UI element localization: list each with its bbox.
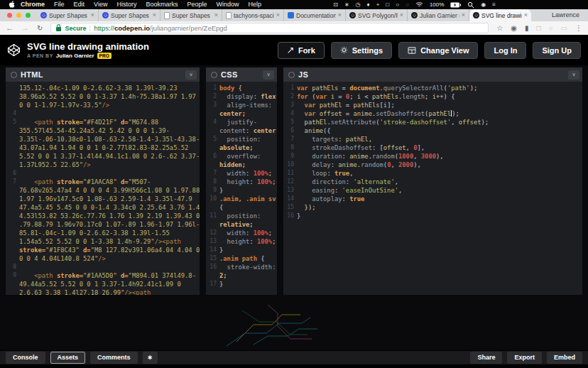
browser-tab[interactable]: ◇Super Shapes - S×	[37, 9, 99, 21]
back-icon[interactable]: ←	[6, 21, 13, 35]
tab-close-icon[interactable]: ×	[462, 9, 465, 21]
code-line[interactable]: 5 <path stroke="#F4D21F" d="M674.88	[6, 118, 200, 126]
code-line[interactable]: 2;	[206, 271, 277, 280]
tab-close-icon[interactable]: ×	[214, 9, 218, 21]
code-line[interactable]: 14}	[206, 246, 277, 254]
code-line[interactable]: 85.81-.04c-1.09 0-2.6.62-3.38 1.39l-1.55	[6, 229, 200, 237]
tab-close-icon[interactable]: ×	[91, 9, 94, 21]
code-line[interactable]: 10.anim, .anim sv	[206, 195, 277, 203]
display-icon[interactable]: ⊡	[333, 0, 338, 9]
apple-logo-icon[interactable]	[9, 1, 15, 9]
browser-tab[interactable]: ◇SVG Polygon/Pol×	[346, 9, 408, 21]
code-line[interactable]: hidden;	[206, 161, 277, 169]
code-line[interactable]: 6 anime({	[283, 126, 582, 135]
address-bar[interactable]: Secure https://codepen.io/juliangarnier/…	[50, 23, 489, 33]
log-in-button[interactable]: Log In	[484, 42, 526, 59]
code-line[interactable]: 8 strokeDashoffset: [offset, 0],	[283, 144, 582, 152]
code-line[interactable]: 4 var offset = anime.setDashoffset(pathE…	[283, 109, 582, 118]
comments-button[interactable]: Comments	[90, 352, 138, 364]
code-line[interactable]: 3 align-items:	[206, 101, 277, 109]
code-line[interactable]: 9 duration: anime.random(1000, 3000),	[283, 152, 582, 161]
plus-icon[interactable]: +	[376, 0, 380, 9]
menu-item-file[interactable]: File	[54, 0, 65, 9]
browser-tab[interactable]: Documentation | ×	[284, 9, 346, 21]
code-line[interactable]: absolute;	[206, 144, 277, 152]
code-line[interactable]: 43.07a1.94 1.94 0 0 1 0-2.77l82.83-82.25…	[6, 144, 200, 152]
code-line[interactable]: 4	[6, 109, 200, 118]
code-area[interactable]: 135.12-.04c-1.09 0-2.6.62-3.38 1.39l-39.…	[6, 82, 200, 295]
code-line[interactable]: 1.37L952.5 22.65"/>	[6, 161, 200, 169]
code-line[interactable]: 14 autoplay: true	[283, 195, 582, 203]
control-center-icon[interactable]: ◉	[481, 0, 486, 9]
pen-author[interactable]: Julian Garnier	[56, 53, 94, 59]
editor-gear-icon[interactable]	[211, 72, 217, 78]
embed-button[interactable]: Embed	[547, 352, 582, 364]
code-line[interactable]: 0 0 4 4.04L140.8 524"/>	[6, 254, 200, 263]
extension-icon-4[interactable]: ○	[549, 21, 553, 35]
code-line[interactable]: 7 <path stroke="#1AACA8" d="M507-	[6, 178, 200, 186]
assets-button[interactable]: Assets	[50, 352, 86, 364]
browser-tab-active[interactable]: ◇SVG line drawing×	[469, 9, 531, 21]
code-line[interactable]: 13 easing: 'easeInOutSine',	[283, 186, 582, 195]
code-line[interactable]: relative;	[206, 220, 277, 229]
code-line[interactable]: 7 width: 100%;	[206, 169, 277, 178]
extension-icon-2[interactable]: ▮	[525, 21, 529, 35]
export-button[interactable]: Export	[507, 352, 542, 364]
code-line[interactable]: 5 pathEl.setAttribute('stroke-dashoffset…	[283, 118, 582, 126]
code-line[interactable]: 2.6.63 3.38 1.4l27.18 26.99"/><path	[6, 288, 200, 295]
code-line[interactable]: center;	[206, 109, 277, 118]
code-line[interactable]: 15.anim path {	[206, 254, 277, 263]
code-area[interactable]: 1var pathEls = document.querySelectorAll…	[283, 82, 582, 295]
extension-icon-5[interactable]: ▭	[561, 21, 567, 35]
drop-icon[interactable]: ♦	[367, 0, 370, 9]
browser-tab[interactable]: Super Shapes×	[160, 9, 222, 21]
code-line[interactable]: 38.96a5.52 5.52 0 0 1-3.37 1.4h-75.38a1.…	[6, 92, 200, 101]
menu-item-chrome[interactable]: Chrome	[21, 0, 45, 9]
code-line[interactable]: 47.4a5.45 5.45 0 0 0-1.4 3.34c0 2.25.64 …	[6, 203, 200, 212]
code-line[interactable]: 12 width: 100%;	[206, 229, 277, 237]
code-line[interactable]: 4 justify-	[206, 118, 277, 126]
notification-center-icon[interactable]: ≡	[492, 0, 496, 9]
code-line[interactable]: 12 direction: 'alternate',	[283, 178, 582, 186]
editor-gear-icon[interactable]	[288, 72, 295, 78]
settings-button[interactable]: Settings	[331, 42, 392, 59]
code-line[interactable]: 1.97 1.96v147.5c0 1.08-.63 2.59-1.4 3.35…	[6, 195, 200, 203]
window-icon[interactable]: □	[386, 0, 389, 9]
bookmark-star-icon[interactable]: ☆	[496, 21, 503, 35]
wifi-icon[interactable]	[415, 1, 423, 8]
change-view-button[interactable]: Change View	[398, 42, 478, 59]
extension-icon-1[interactable]: ◉	[511, 21, 517, 35]
code-line[interactable]: 9 <path stroke="#1AA5D0" d="M894.01 374l…	[6, 271, 200, 280]
menu-item-history[interactable]: History	[116, 0, 136, 9]
code-line[interactable]: 1body {	[206, 84, 277, 92]
code-line[interactable]: .79.88.79 1.96v70.17c0 1.07-.89 1.96-1.9…	[6, 220, 200, 229]
code-line[interactable]: 7 targets: pathEl,	[283, 135, 582, 144]
code-line[interactable]: 9}	[206, 186, 277, 195]
browser-tab[interactable]: ◇Super Shapes - S×	[99, 9, 160, 21]
forward-icon[interactable]: →	[21, 21, 29, 35]
menu-item-edit[interactable]: Edit	[74, 0, 85, 9]
battery-icon[interactable]	[450, 2, 461, 8]
code-line[interactable]: 11 position:	[206, 212, 277, 220]
code-line[interactable]: 1.54a5.52 5.52 0 0 1-3.38 1.4h-9.29"/><p…	[6, 237, 200, 246]
code-line[interactable]: 3.35l-.06-10.38c0-1.08-.63-2.58-1.4-3.35…	[6, 135, 200, 144]
browser-menu-icon[interactable]: ⋮	[575, 21, 582, 35]
code-line[interactable]: 13 height: 100%;	[206, 237, 277, 246]
browser-profile-name[interactable]: Lawrence	[552, 9, 588, 21]
menu-item-people[interactable]: People	[187, 0, 207, 9]
code-line[interactable]: 0 0 1-1.97-1.97v-33.5"/>	[6, 101, 200, 109]
spotlight-icon[interactable]	[467, 1, 474, 9]
code-line[interactable]: 3 var pathEl = pathEls[i];	[283, 101, 582, 109]
menu-item-view[interactable]: View	[94, 0, 107, 9]
code-line[interactable]: 8 height: 100%;	[206, 178, 277, 186]
code-line[interactable]: 10 delay: anime.random(0, 2000),	[283, 161, 582, 169]
code-line[interactable]: 17}	[206, 280, 277, 288]
code-line[interactable]: 11 loop: true,	[283, 169, 582, 178]
code-line[interactable]: 49.44a5.52 5.52 0 0 1 3.37-1.4h92.41c1.0…	[6, 280, 200, 288]
share-button[interactable]: Share	[470, 352, 502, 364]
tab-close-icon[interactable]: ×	[338, 9, 342, 21]
console-button[interactable]: Console	[6, 352, 45, 364]
extension-icon-3[interactable]: □	[536, 21, 540, 35]
code-line[interactable]: 6	[6, 169, 200, 178]
code-line[interactable]: 8	[6, 263, 200, 271]
